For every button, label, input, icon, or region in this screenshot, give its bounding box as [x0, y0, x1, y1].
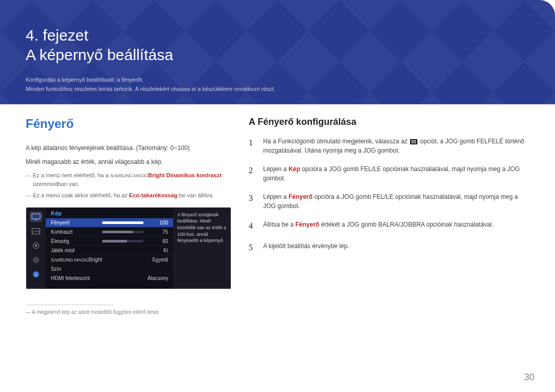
page-number: 30	[524, 372, 534, 383]
info-icon: i	[30, 269, 42, 279]
steps-list: 1Ha a Funkciógomb útmutató megjelenik, v…	[249, 137, 529, 254]
step-number: 2	[249, 164, 256, 183]
note-magicbright: Ez a menü nem elérhető, ha a SAMSUNG MAG…	[26, 171, 231, 188]
step-4: 4Állítsa be a Fényerő értékét a JOG gomb…	[249, 220, 529, 232]
step-emphasis: Fényerő	[295, 221, 320, 228]
osd-row: Szín	[46, 264, 173, 273]
osd-screenshot: i Kép Fényerő100Kontraszt75Élesség60Játé…	[26, 207, 231, 289]
chapter-banner: 4. fejezet A képernyő beállítása Konfigu…	[0, 0, 555, 104]
eco-emphasis: Eco-takarékosság	[129, 192, 177, 198]
osd-tab-kep: Kép	[46, 208, 173, 218]
osd-menu: Kép Fényerő100Kontraszt75Élesség60Játék …	[46, 208, 173, 289]
svg-rect-11	[411, 141, 416, 142]
osd-row: Játék módKi	[46, 246, 173, 255]
osd-slider	[102, 240, 143, 242]
osd-row-label: Játék mód	[51, 248, 147, 253]
step-number: 1	[249, 137, 256, 155]
banner-sub1: Konfigurálja a képernyő beállításait: a …	[26, 77, 529, 83]
banner-sub2: Minden funkcióhoz részletes leírás tarto…	[26, 86, 529, 92]
menu-icon	[410, 139, 417, 144]
osd-row-value: 75	[147, 229, 168, 235]
section-title-config: A Fényerő konfigurálása	[249, 117, 529, 127]
svg-rect-1	[34, 219, 38, 220]
picture-icon	[30, 226, 42, 236]
step-5: 5A kijelölt beállítás érvénybe lép.	[249, 241, 529, 254]
svg-rect-10	[411, 140, 416, 141]
step-2: 2Lépjen a Kép opcióra a JOG gomb FEL/LE …	[249, 164, 529, 183]
step-text: A kijelölt beállítás érvénybe lép.	[263, 241, 529, 254]
footnote-model: A megjelenő kép az adott modelltől függő…	[26, 309, 231, 315]
osd-row-label: Fényerő	[51, 220, 102, 226]
note-eco: Ez a menü csak akkor elérhető, ha az Eco…	[26, 191, 231, 200]
left-column: Fényerő A kép általános fényerejének beá…	[26, 117, 231, 315]
chapter-title: 4. fejezet A képernyő beállítása	[26, 26, 529, 64]
section-title-brightness: Fényerő	[26, 117, 231, 131]
osd-row-label: Szín	[51, 266, 147, 272]
osd-sidebar: i	[26, 208, 46, 289]
step-1: 1Ha a Funkciógomb útmutató megjelenik, v…	[249, 137, 529, 155]
osd-row-value: 100	[147, 220, 168, 226]
step-emphasis: Kép	[288, 165, 300, 173]
step-number: 3	[249, 192, 256, 211]
svg-rect-12	[411, 143, 416, 143]
osd-row-value: Ki	[147, 248, 168, 253]
osd-slider	[102, 221, 143, 224]
osd-row-label: Kontraszt	[51, 229, 102, 235]
osd-row: HDMI feketeszintAlacsony	[46, 273, 173, 283]
step-3: 3Lépjen a Fényerő opcióra a JOG gomb FEL…	[249, 192, 529, 211]
osd-row: Fényerő100	[46, 218, 173, 227]
samsung-magic-label: SAMSUNG MAGIC	[110, 173, 148, 178]
osd-row-value: Alacsony	[147, 275, 168, 281]
osd-row-label: SAMSUNG MAGICBright	[51, 257, 147, 263]
osd-slider	[102, 231, 143, 233]
brightness-desc-1: A kép általános fényerejének beállítása.…	[26, 143, 231, 153]
svg-point-4	[35, 245, 37, 247]
osd-help-text: A fényerő szintjének beállítása. Minél k…	[173, 208, 231, 289]
osd-row-label: HDMI feketeszint	[51, 275, 147, 281]
main-content: Fényerő A kép általános fényerejének beá…	[0, 104, 555, 315]
right-column: A Fényerő konfigurálása 1Ha a Funkciógom…	[249, 117, 529, 315]
osd-row: Kontraszt75	[46, 227, 173, 236]
osd-row-value: 60	[147, 238, 168, 244]
step-text: Lépjen a Kép opcióra a JOG gomb FEL/LE o…	[263, 164, 529, 183]
osd-row-value: Egyedi	[147, 257, 168, 263]
brightness-desc-2: Minél magasabb az érték, annál világosab…	[26, 157, 231, 167]
magicbright-emphasis: Bright Dinamikus kontraszt	[148, 172, 221, 178]
step-text: Lépjen a Fényerő opcióra a JOG gomb FEL/…	[263, 192, 529, 211]
osd-row: Élesség60	[46, 236, 173, 246]
svg-point-5	[33, 257, 39, 263]
step-text: Ha a Funkciógomb útmutató megjelenik, vá…	[263, 137, 529, 155]
footnote-divider	[26, 305, 113, 305]
chapter-number: 4. fejezet	[26, 27, 88, 44]
step-text: Állítsa be a Fényerő értékét a JOG gomb …	[263, 220, 529, 232]
chapter-heading: A képernyő beállítása	[26, 45, 529, 65]
step-number: 4	[249, 220, 256, 232]
step-emphasis: Fényerő	[288, 193, 312, 200]
osd-row-label: Élesség	[51, 238, 102, 244]
svg-rect-0	[32, 214, 40, 219]
gear-icon	[30, 255, 42, 265]
step-number: 5	[249, 241, 256, 254]
svg-point-6	[35, 259, 37, 261]
target-icon	[30, 240, 42, 251]
osd-row: SAMSUNG MAGICBrightEgyedi	[46, 255, 173, 264]
monitor-icon	[30, 212, 42, 222]
